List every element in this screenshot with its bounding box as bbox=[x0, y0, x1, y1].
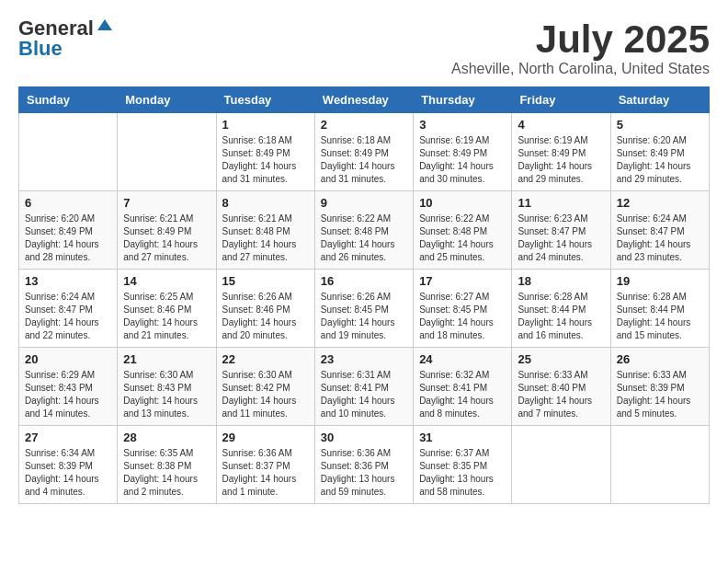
calendar-cell: 9Sunrise: 6:22 AM Sunset: 8:48 PM Daylig… bbox=[314, 191, 413, 270]
calendar-header: Sunday Monday Tuesday Wednesday Thursday… bbox=[19, 87, 710, 113]
day-info: Sunrise: 6:19 AM Sunset: 8:49 PM Dayligh… bbox=[518, 134, 604, 186]
day-info: Sunrise: 6:31 AM Sunset: 8:41 PM Dayligh… bbox=[321, 369, 407, 420]
day-number: 9 bbox=[321, 196, 407, 210]
calendar-cell: 14Sunrise: 6:25 AM Sunset: 8:46 PM Dayli… bbox=[118, 270, 216, 348]
day-number: 27 bbox=[25, 431, 111, 444]
calendar-cell: 8Sunrise: 6:21 AM Sunset: 8:48 PM Daylig… bbox=[216, 191, 314, 270]
day-number: 13 bbox=[25, 274, 111, 288]
day-number: 1 bbox=[222, 118, 309, 132]
header-row: Sunday Monday Tuesday Wednesday Thursday… bbox=[19, 87, 710, 113]
calendar-cell: 16Sunrise: 6:26 AM Sunset: 8:45 PM Dayli… bbox=[314, 270, 413, 348]
day-info: Sunrise: 6:27 AM Sunset: 8:45 PM Dayligh… bbox=[419, 291, 506, 342]
col-monday: Monday bbox=[118, 87, 216, 113]
col-thursday: Thursday bbox=[414, 87, 512, 113]
calendar-cell: 4Sunrise: 6:19 AM Sunset: 8:49 PM Daylig… bbox=[512, 113, 610, 191]
calendar-cell: 19Sunrise: 6:28 AM Sunset: 8:44 PM Dayli… bbox=[610, 270, 709, 348]
calendar-cell: 26Sunrise: 6:33 AM Sunset: 8:39 PM Dayli… bbox=[610, 348, 709, 426]
day-info: Sunrise: 6:20 AM Sunset: 8:49 PM Dayligh… bbox=[617, 134, 703, 186]
day-info: Sunrise: 6:24 AM Sunset: 8:47 PM Dayligh… bbox=[617, 213, 703, 264]
day-info: Sunrise: 6:28 AM Sunset: 8:44 PM Dayligh… bbox=[518, 291, 604, 342]
col-saturday: Saturday bbox=[610, 87, 709, 113]
day-number: 24 bbox=[419, 352, 506, 366]
day-info: Sunrise: 6:21 AM Sunset: 8:48 PM Dayligh… bbox=[222, 213, 309, 264]
day-info: Sunrise: 6:23 AM Sunset: 8:47 PM Dayligh… bbox=[518, 213, 604, 264]
day-number: 21 bbox=[123, 352, 210, 366]
day-number: 7 bbox=[123, 196, 210, 210]
svg-marker-0 bbox=[97, 19, 112, 30]
calendar-cell: 21Sunrise: 6:30 AM Sunset: 8:43 PM Dayli… bbox=[118, 348, 216, 426]
day-info: Sunrise: 6:22 AM Sunset: 8:48 PM Dayligh… bbox=[321, 213, 407, 264]
calendar-cell: 3Sunrise: 6:19 AM Sunset: 8:49 PM Daylig… bbox=[414, 113, 512, 191]
day-info: Sunrise: 6:30 AM Sunset: 8:43 PM Dayligh… bbox=[123, 369, 210, 420]
day-info: Sunrise: 6:32 AM Sunset: 8:41 PM Dayligh… bbox=[419, 369, 506, 420]
col-wednesday: Wednesday bbox=[314, 87, 413, 113]
calendar-week-5: 27Sunrise: 6:34 AM Sunset: 8:39 PM Dayli… bbox=[19, 426, 710, 504]
day-number: 23 bbox=[321, 352, 407, 366]
day-number: 6 bbox=[25, 196, 111, 210]
day-info: Sunrise: 6:35 AM Sunset: 8:38 PM Dayligh… bbox=[123, 447, 210, 499]
day-number: 8 bbox=[222, 196, 309, 210]
day-info: Sunrise: 6:22 AM Sunset: 8:48 PM Dayligh… bbox=[419, 213, 506, 264]
day-number: 18 bbox=[518, 274, 604, 288]
day-info: Sunrise: 6:34 AM Sunset: 8:39 PM Dayligh… bbox=[25, 447, 111, 499]
day-number: 5 bbox=[617, 118, 703, 132]
calendar-week-3: 13Sunrise: 6:24 AM Sunset: 8:47 PM Dayli… bbox=[19, 270, 710, 348]
calendar-subtitle: Asheville, North Carolina, United States bbox=[451, 61, 710, 77]
day-info: Sunrise: 6:36 AM Sunset: 8:36 PM Dayligh… bbox=[321, 447, 407, 499]
logo: General Blue bbox=[18, 18, 114, 59]
logo-icon bbox=[96, 17, 114, 36]
calendar-cell: 28Sunrise: 6:35 AM Sunset: 8:38 PM Dayli… bbox=[118, 426, 216, 504]
calendar-cell: 24Sunrise: 6:32 AM Sunset: 8:41 PM Dayli… bbox=[414, 348, 512, 426]
day-info: Sunrise: 6:20 AM Sunset: 8:49 PM Dayligh… bbox=[25, 213, 111, 264]
day-info: Sunrise: 6:33 AM Sunset: 8:39 PM Dayligh… bbox=[617, 369, 703, 420]
day-number: 25 bbox=[518, 352, 604, 366]
calendar-cell bbox=[118, 113, 216, 191]
col-tuesday: Tuesday bbox=[216, 87, 314, 113]
logo-general-text: General bbox=[18, 18, 94, 39]
day-number: 3 bbox=[419, 118, 506, 132]
calendar-table: Sunday Monday Tuesday Wednesday Thursday… bbox=[18, 86, 710, 504]
day-number: 22 bbox=[222, 352, 309, 366]
day-number: 19 bbox=[617, 274, 703, 288]
calendar-cell bbox=[19, 113, 118, 191]
calendar-cell: 11Sunrise: 6:23 AM Sunset: 8:47 PM Dayli… bbox=[512, 191, 610, 270]
calendar-cell: 6Sunrise: 6:20 AM Sunset: 8:49 PM Daylig… bbox=[19, 191, 118, 270]
calendar-cell bbox=[512, 426, 610, 504]
calendar-cell: 7Sunrise: 6:21 AM Sunset: 8:49 PM Daylig… bbox=[118, 191, 216, 270]
calendar-cell bbox=[610, 426, 709, 504]
day-info: Sunrise: 6:18 AM Sunset: 8:49 PM Dayligh… bbox=[222, 134, 309, 186]
day-number: 28 bbox=[123, 431, 210, 444]
calendar-cell: 18Sunrise: 6:28 AM Sunset: 8:44 PM Dayli… bbox=[512, 270, 610, 348]
calendar-cell: 30Sunrise: 6:36 AM Sunset: 8:36 PM Dayli… bbox=[314, 426, 413, 504]
calendar-cell: 15Sunrise: 6:26 AM Sunset: 8:46 PM Dayli… bbox=[216, 270, 314, 348]
day-number: 10 bbox=[419, 196, 506, 210]
calendar-cell: 1Sunrise: 6:18 AM Sunset: 8:49 PM Daylig… bbox=[216, 113, 314, 191]
calendar-week-1: 1Sunrise: 6:18 AM Sunset: 8:49 PM Daylig… bbox=[19, 113, 710, 191]
day-number: 14 bbox=[123, 274, 210, 288]
day-number: 29 bbox=[222, 431, 309, 444]
day-number: 20 bbox=[25, 352, 111, 366]
calendar-cell: 12Sunrise: 6:24 AM Sunset: 8:47 PM Dayli… bbox=[610, 191, 709, 270]
day-info: Sunrise: 6:36 AM Sunset: 8:37 PM Dayligh… bbox=[222, 447, 309, 499]
calendar-cell: 17Sunrise: 6:27 AM Sunset: 8:45 PM Dayli… bbox=[414, 270, 512, 348]
title-section: July 2025 Asheville, North Carolina, Uni… bbox=[451, 18, 710, 77]
day-info: Sunrise: 6:33 AM Sunset: 8:40 PM Dayligh… bbox=[518, 369, 604, 420]
day-number: 15 bbox=[222, 274, 309, 288]
day-info: Sunrise: 6:18 AM Sunset: 8:49 PM Dayligh… bbox=[321, 134, 407, 186]
calendar-cell: 23Sunrise: 6:31 AM Sunset: 8:41 PM Dayli… bbox=[314, 348, 413, 426]
calendar-cell: 29Sunrise: 6:36 AM Sunset: 8:37 PM Dayli… bbox=[216, 426, 314, 504]
day-number: 31 bbox=[419, 431, 506, 444]
day-info: Sunrise: 6:37 AM Sunset: 8:35 PM Dayligh… bbox=[419, 447, 506, 499]
day-number: 4 bbox=[518, 118, 604, 132]
day-number: 11 bbox=[518, 196, 604, 210]
calendar-cell: 25Sunrise: 6:33 AM Sunset: 8:40 PM Dayli… bbox=[512, 348, 610, 426]
col-sunday: Sunday bbox=[19, 87, 118, 113]
calendar-cell: 20Sunrise: 6:29 AM Sunset: 8:43 PM Dayli… bbox=[19, 348, 118, 426]
calendar-week-4: 20Sunrise: 6:29 AM Sunset: 8:43 PM Dayli… bbox=[19, 348, 710, 426]
day-number: 12 bbox=[617, 196, 703, 210]
calendar-cell: 22Sunrise: 6:30 AM Sunset: 8:42 PM Dayli… bbox=[216, 348, 314, 426]
day-info: Sunrise: 6:19 AM Sunset: 8:49 PM Dayligh… bbox=[419, 134, 506, 186]
calendar-cell: 13Sunrise: 6:24 AM Sunset: 8:47 PM Dayli… bbox=[19, 270, 118, 348]
day-info: Sunrise: 6:21 AM Sunset: 8:49 PM Dayligh… bbox=[123, 213, 210, 264]
logo-blue-text: Blue bbox=[18, 39, 63, 59]
